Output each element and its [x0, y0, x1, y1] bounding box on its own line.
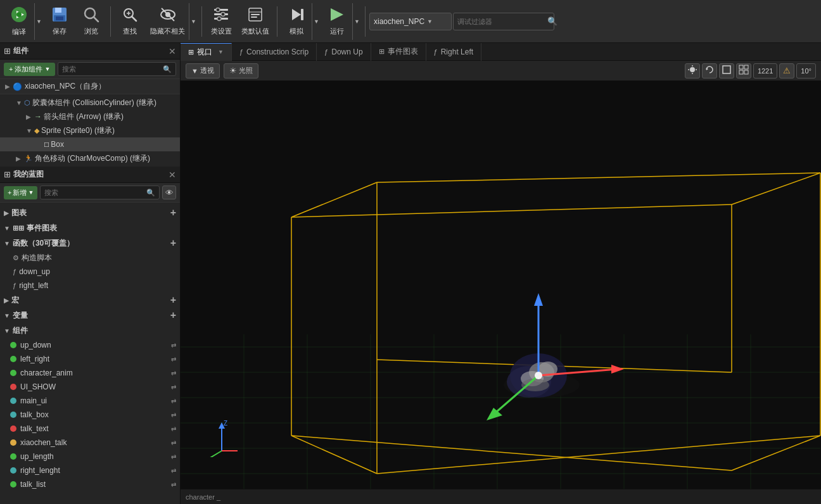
grid-icon — [739, 65, 749, 77]
viewport-tab-label: 视口 — [197, 47, 212, 58]
var-item-talk-box[interactable]: talk_box ⇄ — [0, 408, 180, 422]
tab-right-left[interactable]: ƒ Right Left — [426, 43, 482, 61]
eye-icon: 👁 — [165, 188, 174, 198]
bp-section-variables[interactable]: ▼ 变量 + — [0, 308, 180, 323]
compile-dropdown[interactable]: ▼ — [34, 3, 43, 40]
hide-label: 隐藏不相关 — [150, 27, 185, 36]
bp-item-right-left[interactable]: ƒ right_left — [0, 279, 180, 293]
brightness-button[interactable] — [685, 63, 700, 79]
tree-item-collision[interactable]: ▼ ⬡ 胶囊体组件 (CollisionCylinder) (继承) — [0, 96, 180, 110]
svg-point-29 — [690, 67, 695, 72]
variables-add-icon[interactable]: + — [170, 310, 176, 321]
simulate-dropdown[interactable]: ▼ — [312, 3, 321, 40]
compile-button[interactable]: 编译 — [4, 3, 34, 40]
hide-dropdown[interactable]: ▼ — [189, 3, 198, 40]
class-settings-button[interactable]: 类设置 — [206, 3, 236, 40]
bp-section-macros[interactable]: ▶ 宏 + — [0, 293, 180, 308]
bp-item-down-up[interactable]: ƒ down_up — [0, 265, 180, 279]
warning-button[interactable]: ⚠ — [779, 63, 794, 79]
new-plus-icon: + — [8, 189, 11, 196]
browse-button[interactable]: 浏览 — [76, 3, 106, 40]
eventgraph-label: 事件图表 — [27, 223, 57, 234]
macros-add-icon[interactable]: + — [170, 294, 176, 306]
var-item-character-anim[interactable]: character_anim ⇄ — [0, 366, 180, 380]
variables-expand-icon: ▼ — [4, 312, 10, 319]
main-ui-dot — [10, 398, 16, 404]
up-length-label: up_length — [20, 452, 54, 461]
functions-add-icon[interactable]: + — [170, 237, 176, 249]
var-item-ui-show[interactable]: UI_SHOW ⇄ — [0, 380, 180, 394]
simulate-icon — [288, 6, 305, 25]
svg-text:Y: Y — [202, 457, 207, 457]
var-item-main-ui[interactable]: main_ui ⇄ — [0, 394, 180, 408]
debug-filter-input[interactable] — [457, 18, 545, 25]
component-search-bar[interactable]: 🔍 — [58, 62, 176, 76]
var-item-up-down[interactable]: up_down ⇄ — [0, 338, 180, 352]
simulate-button[interactable]: 模拟 — [281, 3, 312, 40]
components2-expand-icon: ▼ — [4, 327, 10, 334]
grid-button[interactable] — [736, 63, 751, 79]
compile-label: 编译 — [12, 27, 26, 37]
tab-viewport[interactable]: ⊞ 视口 ▼ — [181, 43, 232, 61]
blueprint-search-bar[interactable]: 🔍 — [40, 186, 160, 199]
var-item-up-length[interactable]: up_length ⇄ — [0, 450, 180, 463]
talk-text-arrows: ⇄ — [171, 425, 176, 432]
xiaochen-talk-label: xiaochen_talk — [20, 438, 67, 447]
svg-point-2 — [16, 12, 22, 17]
find-button[interactable]: 查找 — [115, 3, 145, 40]
perspective-button[interactable]: ▼ 透视 — [186, 63, 220, 79]
run-dropdown[interactable]: ▼ — [352, 3, 361, 40]
var-item-right-lenght[interactable]: right_lenght ⇄ — [0, 463, 180, 477]
debug-filter[interactable]: 🔍 — [453, 13, 554, 30]
var-item-xiaochen-talk[interactable]: xiaochen_talk ⇄ — [0, 436, 180, 450]
svg-point-19 — [216, 8, 220, 12]
svg-marker-26 — [292, 9, 301, 20]
run-button[interactable]: 运行 — [322, 3, 352, 40]
svg-point-20 — [221, 13, 225, 16]
lighting-button[interactable]: ☀ 光照 — [224, 63, 258, 79]
var-item-left-right[interactable]: left_right ⇄ — [0, 352, 180, 366]
save-button[interactable]: 保存 — [44, 3, 75, 40]
box-view-button[interactable] — [719, 63, 734, 79]
bp-item-construct-script[interactable]: ⚙ 构造脚本 — [0, 251, 180, 265]
class-defaults-button[interactable]: 类默认值 — [238, 3, 273, 40]
angle-value[interactable]: 10° — [796, 63, 816, 79]
visibility-button[interactable]: 👁 — [162, 186, 176, 199]
svg-rect-39 — [744, 70, 748, 74]
tree-item-sprite[interactable]: ▼ ◆ Sprite (Sprite0) (继承) — [0, 123, 180, 137]
add-component-chevron-icon: ▼ — [44, 66, 50, 72]
blueprint-search-input[interactable] — [44, 189, 144, 196]
blueprint-close-button[interactable]: ✕ — [169, 170, 176, 180]
bp-section-graphs[interactable]: ▶ 图表 + — [0, 205, 180, 220]
hide-unrelated-button[interactable]: 隐藏不相关 — [146, 3, 189, 40]
svg-rect-27 — [301, 9, 303, 20]
bp-section-functions[interactable]: ▼ 函数（30可覆盖） + — [0, 236, 180, 251]
downup-tab-label: Down Up — [331, 47, 362, 56]
tab-down-up[interactable]: ƒ Down Up — [317, 43, 371, 61]
new-label: 新增 — [13, 188, 27, 198]
graphs-add-icon[interactable]: + — [170, 207, 176, 218]
tree-item-charmove[interactable]: ▶ 🏃 角色移动 (CharMoveComp) (继承) — [0, 151, 180, 165]
construction-tab-label: Construction Scrip — [246, 47, 309, 56]
bp-section-eventgraph[interactable]: ▼ ⊞⊞ 事件图表 — [0, 220, 180, 236]
tab-construction-script[interactable]: ƒ Construction Scrip — [232, 43, 317, 61]
eventgraph-tab-icon: ⊞ — [379, 47, 385, 56]
var-item-talk-list[interactable]: talk_list ⇄ — [0, 477, 180, 491]
tab-event-graph[interactable]: ⊞ 事件图表 — [371, 43, 426, 61]
bp-section-components[interactable]: ▼ 组件 — [0, 323, 180, 338]
new-button[interactable]: + 新增 ▼ — [4, 186, 37, 199]
var-item-talk-text[interactable]: talk_text ⇄ — [0, 422, 180, 436]
grid-size-value[interactable]: 1221 — [753, 63, 777, 79]
graphs-expand-icon: ▶ — [4, 210, 9, 217]
rotate-button[interactable] — [702, 63, 717, 79]
eventgraph-node-icon: ⊞⊞ — [13, 224, 24, 232]
tree-item-arrow[interactable]: ▶ → 箭头组件 (Arrow) (继承) — [0, 110, 180, 123]
component-search-input[interactable] — [62, 65, 163, 73]
add-component-button[interactable]: + 添加组件 ▼ — [4, 63, 55, 76]
components-close-button[interactable]: ✕ — [169, 46, 176, 56]
tree-item-box[interactable]: □ Box — [0, 137, 180, 151]
compile-icon — [10, 6, 28, 26]
npc-self-text: xiaochen_NPC（自身） — [25, 81, 106, 92]
component-search-icon: 🔍 — [163, 65, 172, 73]
npc-selector[interactable]: xiaochen_NPC ▼ — [369, 13, 452, 30]
